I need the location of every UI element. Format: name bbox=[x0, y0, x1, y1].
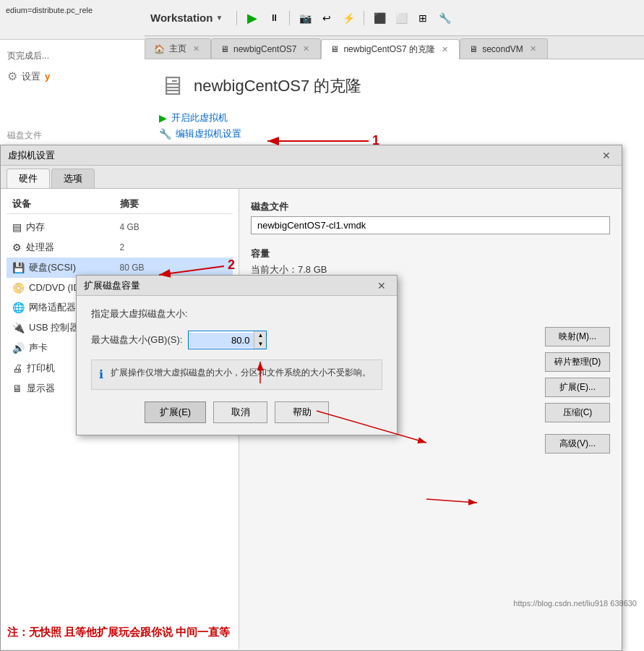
vmware-toolbar: Workstation ▼ ▶ ⏸ 📷 ↩ ⚡ ⬛ ⬜ ⊞ 🔧 bbox=[145, 0, 644, 36]
tab-clone-icon: 🖥 bbox=[330, 44, 339, 54]
cpu-icon: ⚙ bbox=[12, 242, 22, 253]
disk-file-section: 磁盘文件 bbox=[251, 200, 610, 234]
expand-confirm-button[interactable]: 扩展(E) bbox=[145, 401, 206, 423]
snapshot-icon: 📷 bbox=[299, 12, 312, 24]
tab-centos7-label: newbigCentOS7 bbox=[233, 44, 296, 54]
device-list-header: 设备 摘要 bbox=[7, 195, 233, 214]
edit-vm-link[interactable]: 🔧 编辑虚拟机设置 bbox=[159, 127, 630, 140]
toolbar-sep-2 bbox=[289, 11, 290, 25]
device-row-memory[interactable]: ▤ 内存 4 GB bbox=[7, 217, 233, 237]
expand-titlebar: 扩展磁盘容量 ✕ bbox=[77, 276, 397, 296]
tab-clone-label: newbigCentOS7 的克隆 bbox=[343, 43, 435, 56]
settings-window-close[interactable]: ✕ bbox=[598, 148, 614, 163]
toolbar-btn-4[interactable]: ↩ bbox=[318, 9, 335, 27]
settings-tab-hardware[interactable]: 硬件 bbox=[7, 169, 50, 188]
tab-secondvm-label: secondVM bbox=[482, 44, 523, 54]
expand-help-button[interactable]: 帮助 bbox=[275, 401, 329, 423]
settings-label[interactable]: 设置 bbox=[22, 70, 40, 83]
disk-summary: 80 GB bbox=[120, 263, 228, 273]
toolbar-title-area[interactable]: Workstation ▼ bbox=[150, 12, 223, 24]
expand-field-row: 最大磁盘大小(GB)(S): ▲ ▼ bbox=[91, 331, 382, 349]
vm-title-row: 🖥 newbigCentOS7 的克隆 bbox=[159, 71, 630, 101]
vm-large-icon: 🖥 bbox=[159, 71, 185, 101]
toolbar-btn-2[interactable]: ⏸ bbox=[265, 9, 283, 27]
tab-home[interactable]: 🏠 主页 ✕ bbox=[145, 38, 211, 59]
toolbar-btn-8[interactable]: ⊞ bbox=[414, 9, 432, 27]
expand-dialog-body: 指定最大虚拟磁盘大小: 最大磁盘大小(GB)(S): ▲ ▼ ℹ 扩展操作仅增大… bbox=[77, 296, 397, 435]
expand-info-text: 扩展操作仅增大虚拟磁盘的大小，分区和文件系统的大小不受影响。 bbox=[111, 366, 371, 383]
settings-icon: 🔧 bbox=[439, 12, 451, 24]
map-button[interactable]: 映射(M)... bbox=[545, 327, 610, 346]
window-icon: ⬜ bbox=[395, 12, 408, 24]
tab-secondvm-icon: 🖥 bbox=[469, 44, 478, 54]
expand-spinner: ▲ ▼ bbox=[254, 331, 266, 349]
vm-title-text: newbigCentOS7 的克隆 bbox=[194, 75, 361, 97]
disk-icon: 💾 bbox=[12, 262, 25, 273]
cpu-label: 处理器 bbox=[26, 241, 54, 254]
toolbar-btn-6[interactable]: ⬛ bbox=[371, 9, 388, 27]
toolbar-sep-3 bbox=[364, 11, 364, 25]
tab-centos7-icon: 🖥 bbox=[220, 44, 229, 54]
device-row-cpu[interactable]: ⚙ 处理器 2 bbox=[7, 237, 233, 258]
expand-dialog-close[interactable]: ✕ bbox=[374, 278, 390, 293]
bottom-annotation-note: 注：无快照 且等他扩展玩会跟你说 中间一直等 bbox=[7, 626, 230, 639]
expand-button[interactable]: 扩展(E)... bbox=[545, 378, 610, 397]
left-nav-item-1[interactable]: 页完成后... bbox=[7, 47, 139, 65]
settings-tab-options[interactable]: 选项 bbox=[51, 169, 95, 188]
expand-buttons: 扩展(E) 取消 帮助 bbox=[91, 401, 382, 423]
toolbar-btn-9[interactable]: 🔧 bbox=[436, 9, 453, 27]
edit-icon: 🔧 bbox=[159, 128, 171, 140]
summary-col-header: 摘要 bbox=[120, 197, 228, 210]
tab-home-label: 主页 bbox=[169, 43, 186, 55]
info-icon: ℹ bbox=[99, 366, 103, 383]
tab-centos7-clone[interactable]: 🖥 newbigCentOS7 的克隆 ✕ bbox=[321, 39, 460, 59]
tab-bar: 🏠 主页 ✕ 🖥 newbigCentOS7 ✕ 🖥 newbigCentOS7… bbox=[145, 36, 644, 59]
memory-summary: 4 GB bbox=[120, 222, 228, 232]
left-browser-bar: edium=distribute.pc_rele bbox=[0, 0, 146, 40]
tab-home-icon: 🏠 bbox=[154, 44, 165, 54]
spinner-up[interactable]: ▲ bbox=[254, 331, 266, 340]
play-button[interactable]: ▶ bbox=[244, 9, 261, 27]
advanced-button[interactable]: 高级(V)... bbox=[545, 434, 610, 454]
expand-cancel-button[interactable]: 取消 bbox=[213, 401, 267, 423]
toolbar-btn-7[interactable]: ⬜ bbox=[392, 9, 410, 27]
toolbar-dropdown-arrow[interactable]: ▼ bbox=[215, 14, 223, 22]
expand-size-input[interactable] bbox=[189, 333, 254, 348]
blog-url: https://blog.csdn.net/liu918 638630 bbox=[513, 599, 637, 608]
disk-label: 硬盘(SCSI) bbox=[29, 261, 76, 274]
start-icon: ▶ bbox=[159, 112, 167, 124]
compress-button[interactable]: 压缩(C) bbox=[545, 403, 610, 422]
disk-file-input[interactable] bbox=[251, 216, 610, 234]
display-icon: 🖥 bbox=[12, 383, 22, 394]
toolbar-btn-5[interactable]: ⚡ bbox=[340, 9, 357, 27]
toolbar-btn-3[interactable]: 📷 bbox=[296, 9, 314, 27]
tab-clone-close[interactable]: ✕ bbox=[439, 44, 450, 55]
audio-icon: 🔊 bbox=[12, 342, 25, 354]
play-icon: ▶ bbox=[247, 10, 257, 26]
cpu-summary: 2 bbox=[120, 242, 228, 252]
expand-prompt-label: 指定最大虚拟磁盘大小: bbox=[91, 307, 382, 320]
power-icon: ⚡ bbox=[343, 12, 355, 24]
start-vm-link[interactable]: ▶ 开启此虚拟机 bbox=[159, 111, 630, 124]
tab-centos7-close[interactable]: ✕ bbox=[301, 43, 312, 54]
spinner-down[interactable]: ▼ bbox=[254, 340, 266, 349]
settings-titlebar: 虚拟机设置 ✕ bbox=[1, 145, 622, 166]
display-label: 显示器 bbox=[27, 382, 55, 395]
settings-tabs: 硬件 选项 bbox=[1, 166, 622, 189]
dvd-icon: 📀 bbox=[12, 282, 25, 294]
tab-home-close[interactable]: ✕ bbox=[191, 43, 202, 54]
usb-icon: 🔌 bbox=[12, 322, 25, 333]
edit-label: 编辑虚拟机设置 bbox=[176, 127, 241, 140]
vm-actions: ▶ 开启此虚拟机 🔧 编辑虚拟机设置 bbox=[159, 111, 630, 140]
start-label: 开启此虚拟机 bbox=[171, 111, 228, 124]
tab-centos7[interactable]: 🖥 newbigCentOS7 ✕ bbox=[211, 38, 321, 59]
pause-icon: ⏸ bbox=[270, 12, 279, 23]
network-icon: 🌐 bbox=[12, 302, 25, 313]
toolbar-app-name: Workstation bbox=[150, 12, 212, 24]
tab-secondvm[interactable]: 🖥 secondVM ✕ bbox=[460, 38, 548, 59]
audio-label: 声卡 bbox=[29, 341, 48, 354]
unity-icon: ⊞ bbox=[418, 12, 427, 24]
tab-secondvm-close[interactable]: ✕ bbox=[528, 43, 538, 54]
expand-dialog: 扩展磁盘容量 ✕ 指定最大虚拟磁盘大小: 最大磁盘大小(GB)(S): ▲ ▼ … bbox=[76, 275, 398, 435]
defrag-button[interactable]: 碎片整理(D) bbox=[545, 352, 610, 372]
